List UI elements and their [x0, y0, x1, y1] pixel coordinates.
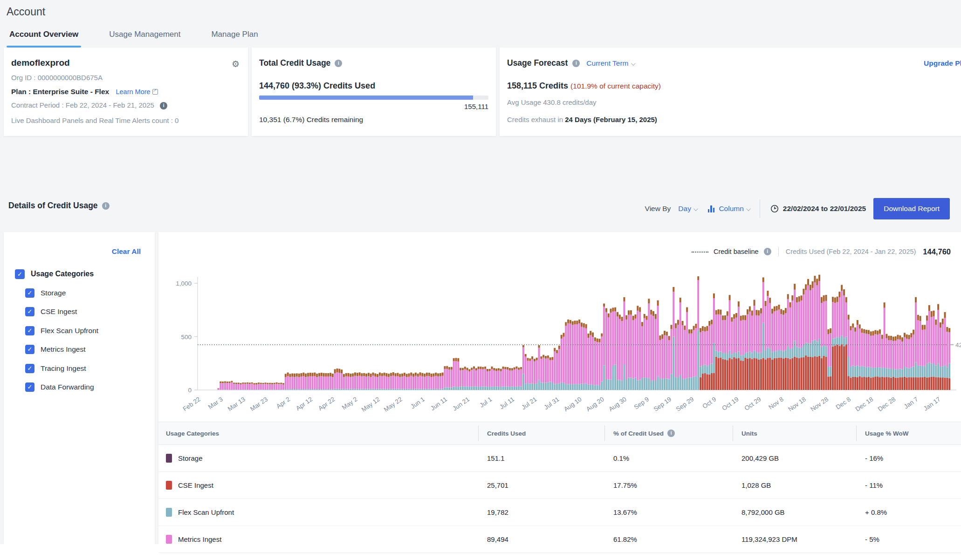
- filter-storage[interactable]: ✓ Storage: [25, 284, 98, 303]
- flex-scan-upfront-swatch: [166, 508, 172, 517]
- svg-text:0: 0: [188, 387, 192, 394]
- chevron-down-icon: [693, 206, 698, 211]
- svg-text:Jul 11: Jul 11: [498, 396, 515, 410]
- clear-all-link[interactable]: Clear All: [112, 247, 141, 256]
- col-usage-categories: Usage Categories: [166, 422, 478, 444]
- usage-table: Usage Categories Credits Used % of Credi…: [158, 422, 961, 553]
- gear-icon[interactable]: ⚙: [232, 59, 240, 69]
- checkbox-checked[interactable]: ✓: [15, 269, 25, 279]
- svg-text:Nov 28: Nov 28: [809, 396, 830, 413]
- svg-text:Sep 9: Sep 9: [633, 396, 651, 411]
- credits-used-legend-label: Credits Used (Feb 22, 2024 - Jan 22, 202…: [786, 248, 916, 255]
- svg-text:Jun 21: Jun 21: [451, 396, 471, 412]
- org-name: demoflexprod: [11, 58, 70, 68]
- info-icon[interactable]: i: [102, 202, 110, 210]
- svg-text:Oct 19: Oct 19: [721, 396, 740, 412]
- svg-text:Oct 9: Oct 9: [701, 396, 717, 410]
- chart-type-dropdown[interactable]: Column: [708, 205, 749, 213]
- credits-used-line: 144,760 (93.3%) Credits Used: [259, 81, 375, 91]
- credits-remaining: 10,351 (6.7%) Credits remaining: [259, 116, 363, 124]
- col-credits-used: Credits Used: [478, 422, 604, 444]
- info-icon[interactable]: i: [667, 430, 675, 437]
- svg-text:Jan 7: Jan 7: [903, 396, 920, 410]
- svg-text:Dec 8: Dec 8: [835, 396, 852, 411]
- svg-text:Sep 29: Sep 29: [675, 396, 695, 413]
- col-units: Units: [733, 422, 856, 444]
- details-title: Details of Credit Usage: [8, 201, 98, 211]
- exhaust-prefix: Credits exhaust in: [507, 116, 563, 123]
- info-icon[interactable]: i: [572, 60, 580, 67]
- credit-usage-chart[interactable]: 05001,000424Feb 22Mar 3Mar 13Mar 23Apr 2…: [158, 258, 961, 419]
- checkbox-checked[interactable]: ✓: [25, 307, 34, 316]
- check-icon: ✓: [27, 346, 33, 353]
- page-title: Account: [7, 6, 45, 18]
- org-id: Org ID : 0000000000BD675A: [11, 74, 103, 82]
- checkbox-checked[interactable]: ✓: [25, 382, 34, 392]
- current-term-dropdown[interactable]: Current Term: [586, 59, 634, 68]
- toolbar-divider: [760, 199, 760, 218]
- forecast-title: Usage Forecast: [507, 58, 568, 68]
- checkbox-checked[interactable]: ✓: [25, 288, 34, 298]
- download-report-button[interactable]: Download Report: [873, 198, 950, 219]
- checkbox-checked[interactable]: ✓: [25, 364, 34, 373]
- live-counts: Live Dashboard Panels and Real Time Aler…: [11, 116, 178, 124]
- contract-period: Contract Period : Feb 22, 2024 - Feb 21,…: [11, 101, 154, 109]
- filter-list: ✓ Usage Categories ✓ Storage ✓ CSE Inges…: [15, 265, 98, 397]
- learn-more-link[interactable]: Learn More: [116, 88, 150, 96]
- chart-legend: Credit baseline i Credits Used (Feb 22, …: [692, 247, 951, 256]
- tab-manage-plan[interactable]: Manage Plan: [208, 26, 261, 48]
- date-range-picker[interactable]: 22/02/2024 to 22/01/2025: [770, 205, 866, 213]
- credit-card-title: Total Credit Usage: [259, 58, 330, 68]
- cse-ingest-swatch: [166, 481, 172, 490]
- legend-divider: [778, 247, 779, 256]
- svg-text:Mar 3: Mar 3: [207, 396, 224, 410]
- table-row-flex-scan-upfront[interactable]: Flex Scan Upfront 19,782 13.67% 8,792,00…: [158, 499, 961, 526]
- forecast-capacity-note: (101.9% of current capacity): [570, 82, 661, 90]
- svg-text:Jun 11: Jun 11: [429, 396, 448, 412]
- chevron-down-icon: [631, 61, 635, 66]
- svg-text:Mar 13: Mar 13: [227, 396, 247, 412]
- info-icon[interactable]: i: [764, 248, 771, 255]
- svg-text:Aug 20: Aug 20: [585, 396, 605, 413]
- filter-data-forwarding[interactable]: ✓ Data Forwarding: [25, 378, 98, 397]
- view-by-label: View By: [645, 205, 671, 213]
- svg-text:Apr 2: Apr 2: [275, 396, 291, 410]
- checkbox-checked[interactable]: ✓: [25, 345, 34, 354]
- check-icon: ✓: [27, 383, 33, 390]
- external-link-icon[interactable]: [152, 89, 158, 95]
- storage-swatch: [166, 454, 172, 463]
- filter-tracing-ingest[interactable]: ✓ Tracing Ingest: [25, 359, 98, 378]
- tab-account-overview[interactable]: Account Overview: [7, 26, 81, 48]
- svg-text:May 22: May 22: [383, 396, 404, 413]
- tab-usage-management[interactable]: Usage Management: [106, 26, 183, 48]
- svg-text:Jul 31: Jul 31: [543, 396, 561, 411]
- view-by-dropdown[interactable]: Day: [678, 205, 697, 213]
- check-icon: ✓: [17, 271, 22, 278]
- table-header-row: Usage Categories Credits Used % of Credi…: [158, 422, 961, 445]
- credit-progress-bar: [259, 96, 488, 100]
- table-row-cse-ingest[interactable]: CSE Ingest 25,701 17.75% 1,028 GB - 11%: [158, 472, 961, 499]
- metrics-ingest-swatch: [166, 535, 172, 544]
- col-usage-wow: Usage % WoW: [856, 422, 961, 444]
- bottom-strip: [0, 544, 158, 560]
- table-row-metrics-ingest[interactable]: Metrics Ingest 89,494 61.82% 119,324,923…: [158, 526, 961, 553]
- filter-usage-categories[interactable]: ✓ Usage Categories: [15, 265, 98, 284]
- info-icon[interactable]: i: [335, 60, 342, 67]
- checkbox-checked[interactable]: ✓: [25, 326, 34, 335]
- avg-usage: Avg Usage 430.8 credits/day: [507, 98, 597, 106]
- upgrade-plan-link[interactable]: Upgrade Plan: [924, 59, 961, 68]
- svg-text:Mar 23: Mar 23: [249, 396, 269, 412]
- details-toolbar: Details of Credit Usage i View By Day Co…: [0, 186, 961, 232]
- check-icon: ✓: [27, 327, 33, 334]
- info-icon[interactable]: i: [160, 102, 167, 109]
- svg-text:Aug 10: Aug 10: [563, 396, 583, 413]
- total-credit-usage-card: Total Credit Usage i 144,760 (93.3%) Cre…: [252, 48, 496, 136]
- svg-text:Oct 29: Oct 29: [743, 396, 762, 412]
- filter-metrics-ingest[interactable]: ✓ Metrics Ingest: [25, 340, 98, 359]
- filter-flex-scan-upfront[interactable]: ✓ Flex Scan Upfront: [25, 321, 98, 341]
- svg-text:1,000: 1,000: [176, 280, 192, 287]
- filter-cse-ingest[interactable]: ✓ CSE Ingest: [25, 302, 98, 321]
- svg-text:Jul 21: Jul 21: [520, 396, 538, 411]
- check-icon: ✓: [27, 365, 33, 372]
- table-row-storage[interactable]: Storage 151.1 0.1% 200,429 GB - 16%: [158, 445, 961, 472]
